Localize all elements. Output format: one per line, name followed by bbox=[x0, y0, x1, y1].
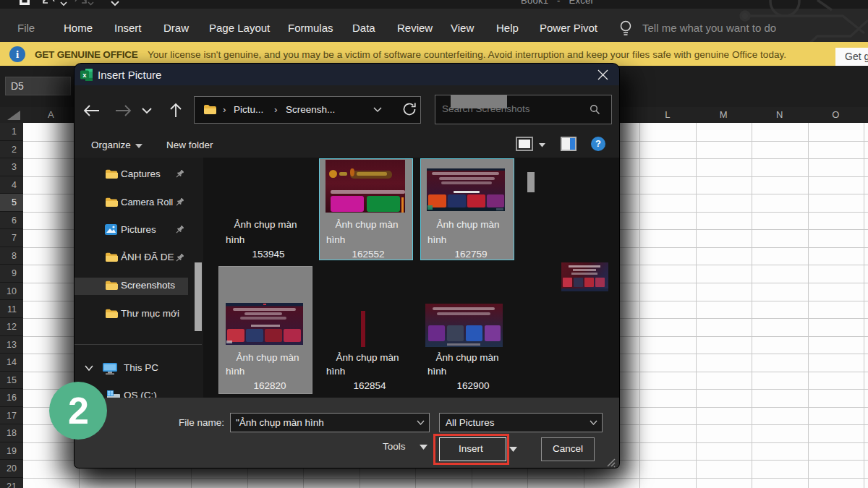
svg-text:x: x bbox=[82, 71, 87, 79]
